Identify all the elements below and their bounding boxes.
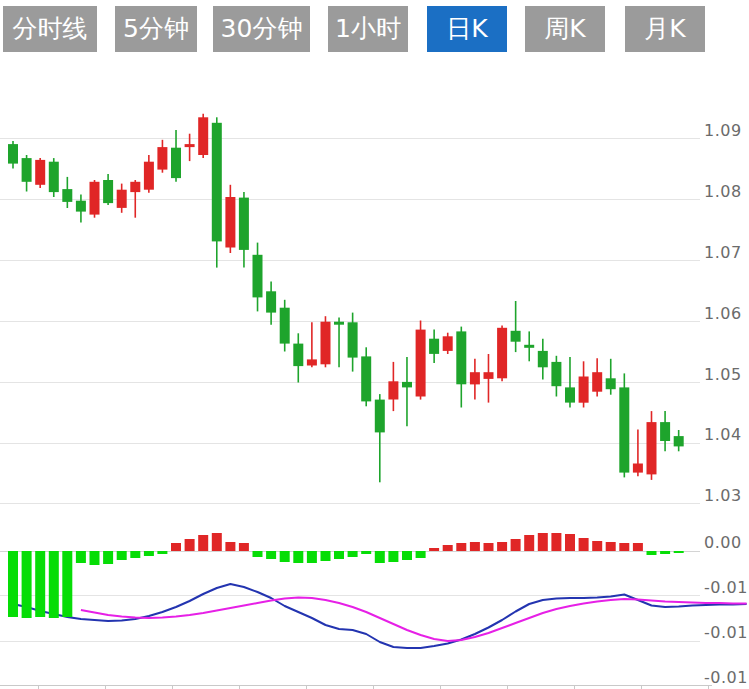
price-axis-label: 1.06 [704,304,742,323]
price-axis-label: 1.08 [704,182,742,201]
price-axis-label: 1.09 [704,121,742,140]
price-axis-label: 1.05 [704,365,742,384]
price-axis-label: 1.04 [704,425,742,444]
price-axis-label: 1.03 [704,486,742,505]
macd-axis-label: -0.01 [704,623,748,642]
macd-axis-label: -0.01 [704,578,748,597]
candlestick-macd-chart [0,0,749,689]
price-axis-label: 1.07 [704,243,742,262]
macd-axis-label: -0.01 [704,668,748,687]
macd-axis-label: 0.00 [704,533,742,552]
